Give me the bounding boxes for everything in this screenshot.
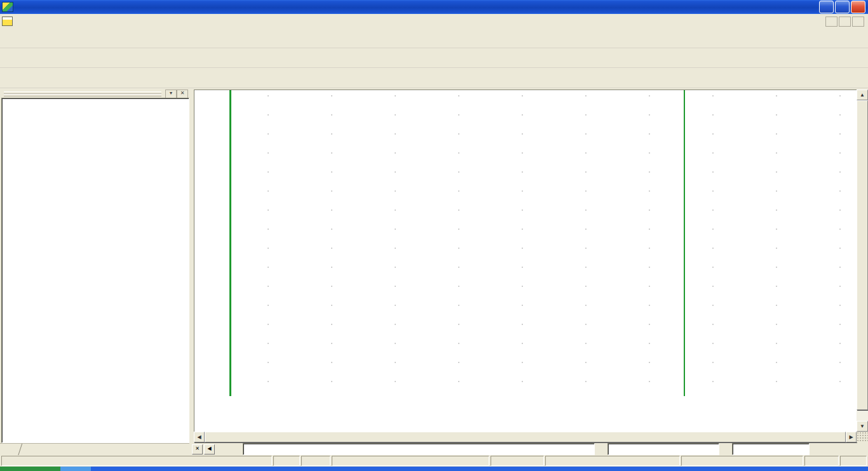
- mdi-minimize-button[interactable]: [825, 17, 837, 27]
- left-bus-bar: [229, 90, 231, 396]
- windows-taskbar[interactable]: [0, 467, 868, 471]
- watchbar-close-button[interactable]: ✕: [192, 444, 203, 454]
- status-cursor-position: [545, 456, 680, 466]
- workspace-tab-row: [0, 443, 189, 456]
- workspace-grip[interactable]: ▾ ✕: [1, 90, 189, 98]
- vertical-scroll-thumb[interactable]: [857, 100, 868, 410]
- right-bus-bar: [684, 90, 685, 396]
- toolbar-plc: [0, 68, 868, 88]
- mdi-restore-button[interactable]: [839, 17, 851, 27]
- mdi-document-icon: [2, 17, 13, 26]
- menu-bar: [0, 14, 868, 29]
- project-tree: [1, 98, 189, 443]
- scroll-left-button[interactable]: ◀: [194, 432, 205, 442]
- grid-dots: [229, 90, 857, 396]
- status-empty-4: [681, 456, 803, 466]
- name-input[interactable]: [243, 443, 595, 455]
- ladder-diagram-editor[interactable]: [194, 90, 857, 432]
- address-watch-bar: ✕ ◀: [191, 443, 868, 455]
- tab-project[interactable]: [3, 444, 22, 456]
- status-empty-3: [491, 456, 544, 466]
- scrollbar-corner: [857, 432, 868, 442]
- workspace-close-button[interactable]: ✕: [177, 90, 188, 98]
- vertical-scrollbar[interactable]: ▲ ▼: [857, 90, 868, 432]
- watchbar-prev-button[interactable]: ◀: [204, 444, 215, 454]
- workspace-menu-button[interactable]: ▾: [165, 90, 177, 98]
- comment-input[interactable]: [732, 443, 810, 455]
- address-input[interactable]: [607, 443, 719, 455]
- scroll-down-button[interactable]: ▼: [857, 421, 868, 432]
- restore-button[interactable]: [835, 1, 850, 13]
- toolbar-standard: [0, 29, 868, 48]
- minimize-button[interactable]: [819, 1, 834, 13]
- cx-programmer-window: ▾ ✕ ▲ ▼ ◀ ▶ ✕ ◀: [0, 0, 868, 471]
- panel-splitter[interactable]: [189, 90, 194, 443]
- status-empty-1: [273, 456, 300, 466]
- horizontal-scroll-thumb[interactable]: [205, 432, 846, 442]
- status-empty-2: [301, 456, 330, 466]
- app-icon: [2, 2, 13, 12]
- horizontal-scrollbar[interactable]: ◀ ▶: [194, 432, 857, 442]
- status-input-mode: [804, 456, 839, 466]
- status-help: [1, 456, 272, 466]
- scroll-up-button[interactable]: ▲: [857, 90, 868, 100]
- title-bar: [0, 0, 868, 14]
- status-caps-lock: [840, 456, 867, 466]
- mdi-close-button[interactable]: [852, 17, 864, 27]
- scroll-right-button[interactable]: ▶: [846, 432, 857, 442]
- toolbar-diagram: [0, 48, 868, 68]
- project-workspace-panel: ▾ ✕: [1, 90, 189, 443]
- status-plc-connection: [332, 456, 489, 466]
- status-bar: [0, 455, 868, 467]
- close-button[interactable]: [851, 1, 865, 13]
